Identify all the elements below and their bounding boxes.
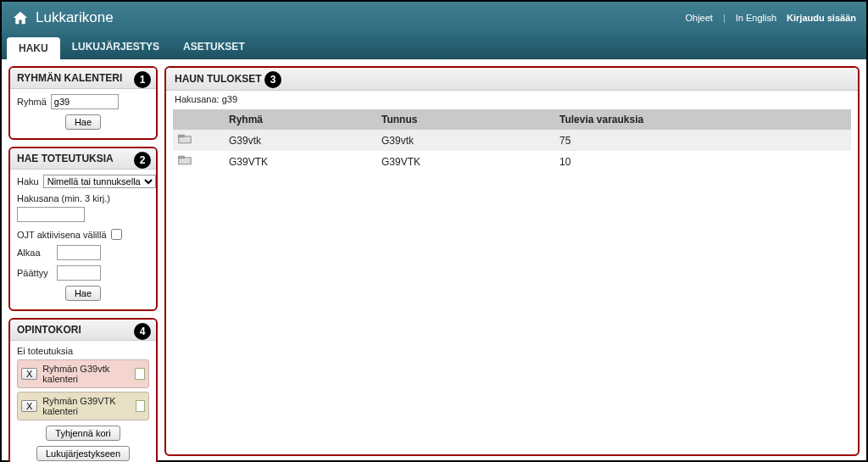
svg-rect-1	[179, 135, 184, 136]
cart-item-label: Ryhmän G39vtk kalenteri	[42, 364, 130, 384]
document-icon	[178, 155, 192, 165]
table-row[interactable]: G39vtk G39vtk 75	[173, 130, 851, 151]
calendar-icon[interactable]	[136, 400, 145, 412]
step-badge-4: 4	[134, 323, 151, 340]
results-keyword-line: Hakusana: g39	[166, 91, 858, 108]
impl-search-button[interactable]: Hae	[65, 286, 101, 301]
search-implementations-panel: HAE TOTEUTUKSIA 2 Haku Nimellä tai tunnu…	[8, 147, 158, 311]
keyword-label: Hakusana (min. 3 kirj.)	[17, 193, 149, 203]
col-icon	[173, 109, 224, 130]
group-input[interactable]	[51, 94, 119, 109]
results-table: Ryhmä Tunnus Tulevia varauksia G39vtk G3…	[173, 109, 851, 172]
search-mode-label: Haku	[17, 176, 39, 186]
col-ryhma: Ryhmä	[224, 109, 376, 130]
app-title: Lukkarikone	[36, 9, 114, 26]
empty-cart-button[interactable]: Tyhjennä kori	[46, 426, 120, 441]
end-label: Päättyy	[17, 268, 53, 278]
group-calendar-panel: RYHMÄN KALENTERI 1 Ryhmä Hae	[8, 66, 158, 140]
table-row[interactable]: G39VTK G39VTK 10	[173, 151, 851, 172]
tab-asetukset[interactable]: ASETUKSET	[171, 34, 257, 59]
tab-lukujarjestys[interactable]: LUKUJÄRJESTYS	[60, 34, 171, 59]
cart-panel: OPINTOKORI 4 Ei toteutuksia X Ryhmän G39…	[8, 318, 158, 462]
document-icon	[178, 134, 192, 144]
step-badge-1: 1	[134, 71, 151, 88]
tabbar: HAKU LUKUJÄRJESTYS ASETUKSET	[2, 34, 866, 59]
to-schedule-button[interactable]: Lukujärjestykseen	[36, 446, 130, 461]
calendar-icon[interactable]	[135, 368, 145, 380]
home-icon[interactable]	[12, 10, 29, 25]
start-label: Alkaa	[17, 248, 53, 258]
col-varaukset: Tulevia varauksia	[554, 109, 851, 130]
separator: |	[723, 13, 726, 23]
remove-item-button[interactable]: X	[21, 368, 37, 380]
remove-item-button[interactable]: X	[21, 400, 37, 412]
cart-empty-note: Ei toteutuksia	[17, 346, 149, 356]
group-search-button[interactable]: Hae	[65, 114, 101, 130]
login-link[interactable]: Kirjaudu sisään	[787, 13, 856, 23]
step-badge-3: 3	[264, 71, 281, 88]
svg-rect-3	[179, 156, 184, 158]
results-panel: HAUN TULOKSET 3 Hakusana: g39 Ryhmä Tunn…	[164, 66, 860, 456]
end-input[interactable]	[57, 265, 101, 281]
search-mode-select[interactable]: Nimellä tai tunnuksella	[43, 175, 156, 188]
help-link[interactable]: Ohjeet	[685, 13, 712, 23]
group-label: Ryhmä	[17, 97, 47, 107]
topbar: Lukkarikone Ohjeet | In English Kirjaudu…	[2, 2, 866, 34]
tab-haku[interactable]: HAKU	[7, 37, 60, 59]
cart-item: X Ryhmän G39VTK kalenteri	[17, 392, 149, 420]
col-tunnus: Tunnus	[376, 109, 554, 130]
language-link[interactable]: In English	[736, 13, 776, 23]
ojt-label: OJT aktiivisena välillä	[17, 230, 107, 240]
cart-item-label: Ryhmän G39VTK kalenteri	[42, 396, 130, 416]
cart-item: X Ryhmän G39vtk kalenteri	[17, 359, 149, 388]
step-badge-2: 2	[134, 152, 151, 169]
start-input[interactable]	[57, 245, 101, 260]
ojt-checkbox[interactable]	[111, 229, 122, 240]
keyword-input[interactable]	[17, 207, 85, 222]
